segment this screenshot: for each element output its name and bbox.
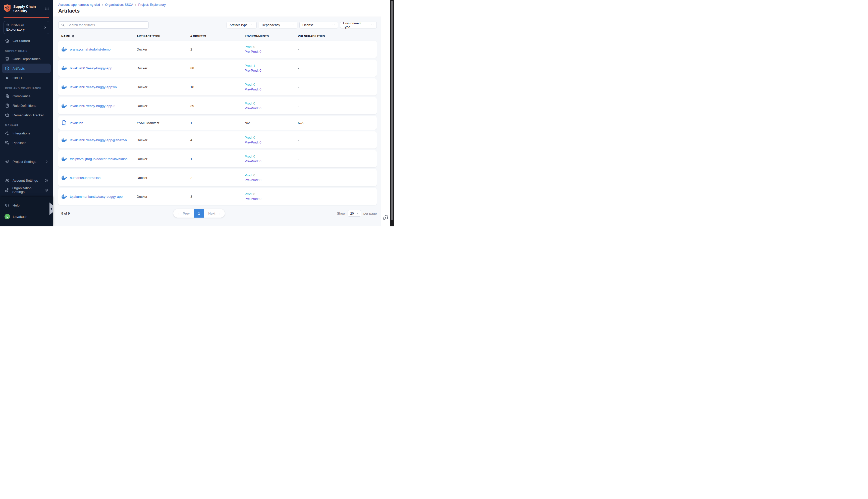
chevron-right-icon (45, 160, 48, 163)
table-row[interactable]: lavakush YAML Manifest 1 N/A N/A (58, 116, 377, 130)
artifact-type: Docker (137, 48, 190, 51)
artifact-name-link[interactable]: trialpfv2hi.jfrog.io/docker-trial/lavaku… (70, 157, 127, 161)
preprod-env-link[interactable]: Pre-Prod: 0 (245, 50, 298, 53)
search-input[interactable] (67, 23, 146, 27)
cube-icon (6, 23, 9, 26)
sidebar-item-label: Organization Settings (12, 186, 41, 194)
user-menu[interactable]: L Lavakush (2, 211, 51, 222)
sidebar-item-help[interactable]: Help (2, 200, 51, 210)
breadcrumb-account-link[interactable]: Account: app-harness-ng-cicd (58, 3, 100, 7)
preprod-env-link[interactable]: Pre-Prod: 0 (245, 87, 298, 91)
environments: Prod: 0 Pre-Prod: 0 (245, 192, 298, 201)
environments-na: N/A (245, 121, 250, 125)
table-row[interactable]: trialpfv2hi.jfrog.io/docker-trial/lavaku… (58, 150, 377, 167)
artifact-type: Docker (137, 138, 190, 142)
sidebar-item-label: Project Settings (13, 160, 36, 163)
info-icon[interactable] (45, 179, 48, 182)
gear-icon (4, 159, 10, 164)
current-page-button[interactable]: 1 (194, 209, 204, 218)
artifact-name-link[interactable]: tejakummarikuntla/easy-buggy-app (70, 195, 123, 198)
sidebar-item-get-started[interactable]: Get Started (2, 36, 51, 46)
prod-env-link[interactable]: Prod: 0 (245, 192, 298, 196)
breadcrumb-project-link[interactable]: Project: Exploratory (138, 3, 166, 7)
search-box[interactable] (58, 21, 149, 29)
table-row[interactable]: pranaycshah/todolist-demo Docker 2 Prod:… (58, 41, 377, 58)
toolbar: Artifact Type Dependency License Environ… (58, 21, 377, 29)
prev-page-button[interactable]: ← Prev (173, 209, 194, 218)
filter-license[interactable]: License (299, 22, 338, 28)
sidebar-item-label: Account Settings (13, 179, 38, 182)
preprod-env-link[interactable]: Pre-Prod: 0 (245, 178, 298, 182)
sidebar-item-organization-settings[interactable]: Organization Settings (2, 185, 51, 195)
environments: Prod: 0 Pre-Prod: 0 (245, 101, 298, 110)
clipboard-check-icon (4, 103, 10, 108)
filter-artifact-type[interactable]: Artifact Type (226, 22, 257, 28)
artifact-type: Docker (137, 104, 190, 108)
filter-dependency[interactable]: Dependency (259, 22, 297, 28)
sidebar-item-remediation-tracker[interactable]: Remediation Tracker (2, 110, 51, 120)
sidebar-item-project-settings[interactable]: Project Settings (2, 157, 51, 166)
prod-env-link[interactable]: Prod: 0 (245, 83, 298, 86)
info-icon[interactable] (45, 188, 48, 192)
sidebar-item-integrations[interactable]: Integrations (2, 129, 51, 138)
prod-env-link[interactable]: Prod: 0 (245, 136, 298, 139)
table-row[interactable]: humanshuarora/slsa Docker 2 Prod: 0 Pre-… (58, 169, 377, 186)
next-page-button[interactable]: Next → (204, 209, 224, 218)
sidebar-item-compliance[interactable]: Compliance (2, 91, 51, 101)
table-row[interactable]: tejakummarikuntla/easy-buggy-app Docker … (58, 188, 377, 205)
sidebar-item-artifacts[interactable]: Artifacts (2, 63, 51, 73)
prod-env-link[interactable]: Prod: 0 (245, 155, 298, 158)
artifact-name-link[interactable]: humanshuarora/slsa (70, 176, 100, 180)
yaml-file-icon (61, 120, 67, 126)
breadcrumb-organization-link[interactable]: Organization: SSCA (105, 3, 133, 7)
support-chat-icon[interactable] (383, 214, 389, 220)
filter-label: License (302, 23, 314, 27)
artifact-name-link[interactable]: lavakush (70, 121, 83, 125)
artifact-name-link[interactable]: lavakush07/easy-buggy-app-2 (70, 104, 115, 108)
prod-env-link[interactable]: Prod: 0 (245, 45, 298, 49)
scrollbar-thumb[interactable] (391, 1, 393, 220)
sidebar-item-code-repositories[interactable]: Code Repositories (2, 54, 51, 63)
project-selector[interactable]: PROJECT Exploratory (3, 21, 49, 34)
prod-env-link[interactable]: Prod: 0 (245, 101, 298, 105)
sidebar-item-pipelines[interactable]: Pipelines (2, 138, 51, 147)
sidebar-item-account-settings[interactable]: Account Settings (2, 175, 51, 185)
sort-icon[interactable] (72, 35, 74, 38)
table-row[interactable]: lavakush07/easy-buggy-app Docker 88 Prod… (58, 60, 377, 77)
vulnerabilities: - (298, 104, 377, 108)
page-scrollbar[interactable] (390, 0, 394, 227)
sidebar-item-rule-definitions[interactable]: Rule Definitions (2, 101, 51, 110)
digest-count: 10 (190, 85, 245, 89)
collapse-left-icon (50, 208, 52, 210)
preprod-env-link[interactable]: Pre-Prod: 0 (245, 159, 298, 163)
sidebar-item-label: Code Repositories (13, 57, 40, 61)
digest-count: 2 (190, 48, 245, 51)
artifact-name-link[interactable]: lavakush07/easy-buggy-app (70, 66, 112, 70)
artifact-name-link[interactable]: lavakush07/easy-buggy-app:v6 (70, 85, 117, 89)
sidebar-item-cicd[interactable]: CI/CD (2, 73, 51, 83)
docker-icon (61, 104, 67, 108)
docker-icon (61, 157, 67, 161)
preprod-env-link[interactable]: Pre-Prod: 0 (245, 197, 298, 201)
cube-icon (4, 66, 10, 71)
table-row[interactable]: lavakush07/easy-buggy-app-2 Docker 39 Pr… (58, 97, 377, 114)
table-row[interactable]: lavakush07/easy-buggy-app:v6 Docker 10 P… (58, 78, 377, 96)
prod-env-link[interactable]: Prod: 1 (245, 64, 298, 68)
layers-gear-icon (4, 178, 10, 183)
artifact-name-link[interactable]: lavakush07/easy-buggy-app@sha256 (70, 138, 127, 142)
app-switcher-grid-icon[interactable] (45, 6, 49, 10)
preprod-env-link[interactable]: Pre-Prod: 0 (245, 69, 298, 72)
artifact-name-link[interactable]: pranaycshah/todolist-demo (70, 48, 111, 51)
pagination: 9 of 9 ← Prev 1 Next → Show 20 per page (58, 209, 377, 219)
digest-count: 2 (190, 176, 245, 180)
chevron-right-icon (44, 26, 47, 29)
table-row[interactable]: lavakush07/easy-buggy-app@sha256 Docker … (58, 131, 377, 148)
prod-env-link[interactable]: Prod: 0 (245, 173, 298, 177)
preprod-env-link[interactable]: Pre-Prod: 0 (245, 141, 298, 144)
next-label: Next (208, 211, 215, 215)
filter-environment-type[interactable]: Environment Type (340, 22, 377, 28)
page-size-select[interactable]: 20 (348, 210, 361, 217)
home-icon (4, 38, 10, 43)
preprod-env-link[interactable]: Pre-Prod: 0 (245, 106, 298, 110)
vulnerabilities: N/A (298, 121, 377, 125)
